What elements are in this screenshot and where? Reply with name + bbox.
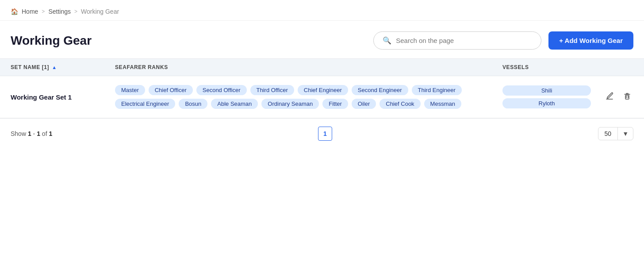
range-end: 1 <box>37 130 40 137</box>
page-1-button[interactable]: 1 <box>318 127 332 141</box>
vessel-shili: Shili <box>502 85 591 96</box>
home-icon: 🏠 <box>11 8 18 15</box>
delete-button[interactable] <box>621 90 633 104</box>
per-page-selector[interactable]: 50 ▼ <box>598 127 633 140</box>
rank-tag-third-officer: Third Officer <box>250 85 294 95</box>
rank-tag-chief-engineer: Chief Engineer <box>298 85 348 95</box>
rank-tag-chief-officer: Chief Officer <box>149 85 193 95</box>
show-info: Show 1 - 1 of 1 <box>11 130 52 137</box>
breadcrumb-separator-1: > <box>42 8 45 15</box>
sort-asc-icon: ▲ <box>52 65 57 70</box>
edit-button[interactable] <box>603 90 616 104</box>
col-vessels: VESSELS <box>502 64 591 70</box>
range-start: 1 <box>28 130 31 137</box>
rank-tag-ordinary-seaman: Ordinary Seaman <box>261 99 319 109</box>
rank-tag-chief-cook: Chief Cook <box>380 99 420 109</box>
search-icon: 🔍 <box>383 36 391 45</box>
page-title: Working Gear <box>11 34 92 48</box>
breadcrumb-home[interactable]: Home <box>22 8 38 15</box>
rank-tag-bosun: Bosun <box>179 99 207 109</box>
table-header: SET NAME [1] ▲ SEAFARER RANKS VESSELS <box>0 59 644 76</box>
footer-row: Show 1 - 1 of 1 1 50 ▼ <box>0 118 644 149</box>
table-container: SET NAME [1] ▲ SEAFARER RANKS VESSELS Wo… <box>0 59 644 118</box>
pagination: 1 <box>318 127 332 141</box>
range-sep: - <box>33 130 35 137</box>
row-set-name: Working Gear Set 1 <box>11 93 108 101</box>
col-seafarer-ranks: SEAFARER RANKS <box>115 64 495 70</box>
vessel-ryloth: Ryloth <box>502 98 591 108</box>
rank-tag-third-engineer: Third Engineer <box>412 85 462 95</box>
table-body: Working Gear Set 1 Master Chief Officer … <box>0 76 644 118</box>
rank-tag-messman: Messman <box>424 99 461 109</box>
ranks-tags: Master Chief Officer Second Officer Thir… <box>115 85 495 109</box>
svg-rect-0 <box>625 95 629 99</box>
rank-tag-fitter: Fitter <box>322 99 348 109</box>
rank-tag-master: Master <box>115 85 145 95</box>
col-set-name[interactable]: SET NAME [1] ▲ <box>11 64 108 70</box>
total: 1 <box>49 130 52 137</box>
table-row: Working Gear Set 1 Master Chief Officer … <box>0 76 644 118</box>
search-box[interactable]: 🔍 <box>373 31 541 50</box>
breadcrumb: 🏠 Home > Settings > Working Gear <box>0 0 644 21</box>
rank-tag-second-officer: Second Officer <box>196 85 247 95</box>
per-page-value: 50 <box>598 127 618 140</box>
rank-tag-second-engineer: Second Engineer <box>352 85 408 95</box>
of-label: of <box>42 130 49 137</box>
header-row: Working Gear 🔍 + Add Working Gear <box>0 21 644 58</box>
per-page-chevron[interactable]: ▼ <box>617 127 633 140</box>
search-input[interactable] <box>396 37 532 44</box>
add-working-gear-button[interactable]: + Add Working Gear <box>548 31 633 50</box>
col-actions <box>598 64 633 70</box>
row-actions <box>598 90 633 104</box>
rank-tag-oiler: Oiler <box>352 99 376 109</box>
breadcrumb-current: Working Gear <box>81 8 119 15</box>
rank-tag-able-seaman: Able Seaman <box>211 99 258 109</box>
vessels-tags: Shili Ryloth <box>502 85 591 108</box>
header-actions: 🔍 + Add Working Gear <box>373 31 633 50</box>
rank-tag-electrical-engineer: Electrical Engineer <box>115 99 175 109</box>
breadcrumb-separator-2: > <box>74 8 77 15</box>
breadcrumb-settings[interactable]: Settings <box>48 8 71 15</box>
